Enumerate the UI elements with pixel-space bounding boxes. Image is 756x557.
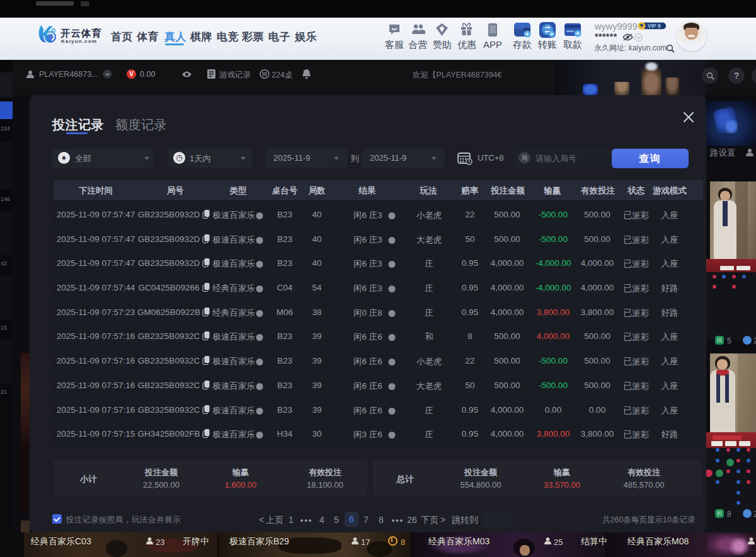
svg-text:VIP 9: VIP 9 [648, 23, 661, 29]
